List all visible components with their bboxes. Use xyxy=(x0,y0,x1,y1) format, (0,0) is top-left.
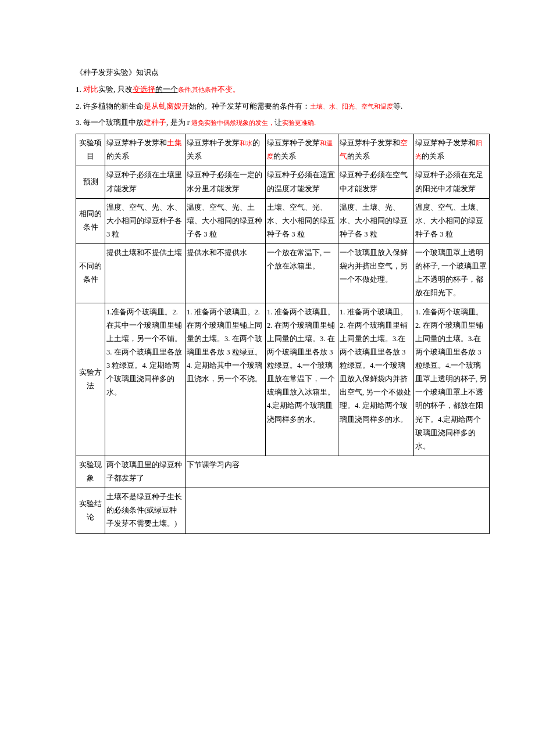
cell: 一个放在常温下, 一个放在冰箱里。 xyxy=(266,244,338,303)
table-row: 不同的条件 提供土壤和不提供土壤 提供水和不提供水 一个放在常温下, 一个放在冰… xyxy=(76,244,490,303)
cell: 绿豆种子必须在空气中才能发芽 xyxy=(338,166,414,198)
cell: 土壤不是绿豆种子生长的必须条件(或绿豆种子发芽不需要土壤。) xyxy=(105,488,186,533)
intro-block: 《种子发芽实验》知识点 1. 对比实验, 只改变选择的一个条件,其他条件不变。 … xyxy=(76,67,477,129)
cell: 绿豆种子必须在适宜的温度才能发芽 xyxy=(266,166,338,198)
table-row: 实验现象 两个玻璃皿里的绿豆种子都发芽了 下节课学习内容 xyxy=(76,456,490,488)
point-3: 3. 每一个玻璃皿中放建种子, 是为 r 避免实验中偶然现象的发生，让实验更准确… xyxy=(76,117,477,129)
table-row: 实验结论 土壤不是绿豆种子生长的必须条件(或绿豆种子发芽不需要土壤。) xyxy=(76,488,490,533)
table-row: 相同的条件 温度、空气、光、水、大小相同的绿豆种子各 3 粒 温度、空气、光、土… xyxy=(76,198,490,243)
table-row: 实验方法 1.准备两个玻璃皿。2. 在其中一个玻璃皿里铺上土壤，另一个不铺。3.… xyxy=(76,303,490,456)
cell: 提供土壤和不提供土壤 xyxy=(105,244,186,303)
cell: 绿豆种子必须在一定的水分里才能发芽 xyxy=(186,166,266,198)
cell: 一个玻璃皿罩上透明的杯子, 一个玻璃皿罩上不透明的杯子，都放在阳光下。 xyxy=(414,244,490,303)
cell: 绿豆芽种子发芽和土集的关系 xyxy=(105,134,186,166)
cell: 1.准备两个玻璃皿。2. 在其中一个玻璃皿里铺上土壤，另一个不铺。3. 在两个玻… xyxy=(105,303,186,456)
cell: 1. 准备两个玻璃皿。2. 在两个玻璃皿里铺上同量的土壤。3.在两个玻璃皿里各放… xyxy=(338,303,414,456)
cell: 绿豆芽种子发芽和阳光的关系 xyxy=(414,134,490,166)
table-row: 预测 绿豆种子必须在土壤里才能发芽 绿豆种子必须在一定的水分里才能发芽 绿豆种子… xyxy=(76,166,490,198)
point-1: 1. 对比实验, 只改变选择的一个条件,其他条件不变。 xyxy=(76,84,477,96)
cell: 温度、空气、光、水、大小相同的绿豆种子各 3 粒 xyxy=(105,198,186,243)
cell: 温度、空气、光、土壤、大小相同的绿豆种子各 3 粒 xyxy=(186,198,266,243)
table-row: 实验项目 绿豆芽种子发芽和土集的关系 绿豆芽种子发芽和水的关系 绿豆芽种子发芽和… xyxy=(76,134,490,166)
row-label: 相同的条件 xyxy=(76,198,105,243)
cell: 提供水和不提供水 xyxy=(186,244,266,303)
cell: 两个玻璃皿里的绿豆种子都发芽了 xyxy=(105,456,186,488)
title: 《种子发芽实验》知识点 xyxy=(76,67,477,79)
row-label: 不同的条件 xyxy=(76,244,105,303)
row-label: 实验方法 xyxy=(76,303,105,456)
cell: 绿豆芽种子发芽和温度的关系 xyxy=(266,134,338,166)
cell: 绿豆芽种子发芽和空气的关系 xyxy=(338,134,414,166)
cell: 温度、空气、土壤、水、大小相同的绿豆种子各 3 粒 xyxy=(414,198,490,243)
cell: 温度、土壤、光、水、大小相同的绿豆种子各 3 粒 xyxy=(338,198,414,243)
cell: 一个玻璃皿放入保鲜袋内并挤出空气，另一个不做处理。 xyxy=(338,244,414,303)
cell: 绿豆种子必须在土壤里才能发芽 xyxy=(105,166,186,198)
row-label: 实验项目 xyxy=(76,134,105,166)
point-2: 2. 许多植物的新生命是从虬窗嫂开始的。种子发芽可能需要的条件有：土壤、水、阳光… xyxy=(76,101,477,113)
cell: 下节课学习内容 xyxy=(186,456,490,488)
cell: 1. 准备两个玻璃皿。2. 在两个玻璃皿里铺上同量的土壤。3. 在两个玻璃皿里各… xyxy=(266,303,338,456)
cell: 1. 准备两个玻璃皿。2. 在两个玻璃皿里铺上同量的土壤。3. 在两个玻璃皿里各… xyxy=(186,303,266,456)
cell: 绿豆种子必须在充足的阳光中才能发芽 xyxy=(414,166,490,198)
row-label: 实验结论 xyxy=(76,488,105,533)
cell: 土壤、空气、光、水、大小相同的绿豆种子各 3 粒 xyxy=(266,198,338,243)
cell: 绿豆芽种子发芽和水的关系 xyxy=(186,134,266,166)
cell xyxy=(186,488,490,533)
cell: 1. 准备两个玻璃皿。2. 在两个玻璃皿里铺上同量的土壤。3.在两个玻璃皿里各放… xyxy=(414,303,490,456)
row-label: 预测 xyxy=(76,166,105,198)
experiment-table: 实验项目 绿豆芽种子发芽和土集的关系 绿豆芽种子发芽和水的关系 绿豆芽种子发芽和… xyxy=(76,134,490,533)
row-label: 实验现象 xyxy=(76,456,105,488)
